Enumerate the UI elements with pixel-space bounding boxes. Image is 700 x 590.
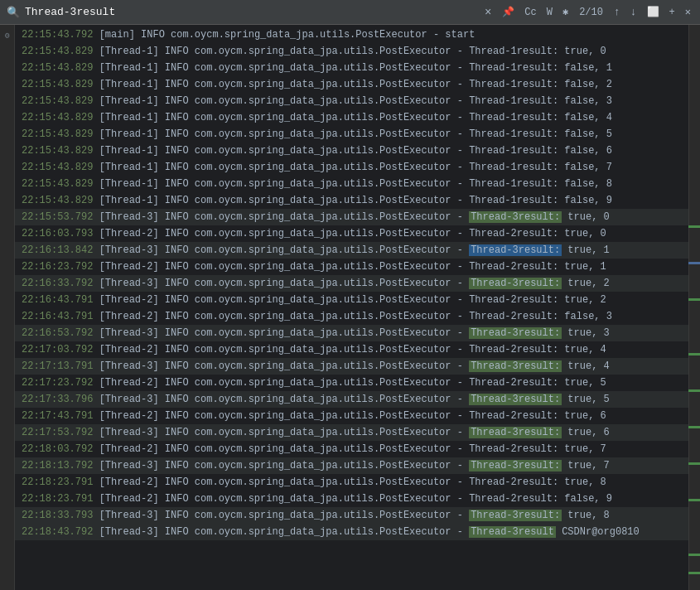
thread-label: [Thread-3] [99,211,159,223]
timestamp: 22:17:13.791 [22,360,93,372]
cc-toggle[interactable]: Cc [522,7,538,18]
log-level: INFO [165,510,189,521]
prev-match-button[interactable]: ↑ [611,6,623,18]
timestamp: 22:15:43.829 [22,79,93,90]
result-highlight: Thread-3result: [469,360,562,372]
result-text: Thread-1result: [469,195,558,206]
log-line: 22:15:43.829 [Thread-1] INFO com.oycm.sp… [15,192,688,209]
add-icon[interactable]: + [667,7,678,18]
separator: - [457,278,463,289]
regex-toggle[interactable]: ✱ [560,6,571,18]
timestamp: 22:15:43.829 [22,46,93,57]
separator: - [457,377,463,389]
timestamp: 22:16:13.842 [22,244,93,256]
thread-label: [Thread-2] [99,410,159,422]
logger-pkg: com.oycm.spring_data_jpa.utils.PostExecu… [195,261,451,273]
log-line: 22:18:03.792 [Thread-2] INFO com.oycm.sp… [15,441,688,457]
log-line: 22:15:43.829 [Thread-1] INFO com.oycm.sp… [15,126,688,143]
log-level: INFO [165,493,189,505]
log-value: false, 8 [564,178,612,190]
thread-label: [Thread-2] [99,344,159,355]
log-line: 22:18:43.792 [Thread-3] INFO com.oycm.sp… [15,524,688,540]
result-text: Thread-2result: [469,261,558,273]
separator: - [457,211,463,223]
log-line: 22:16:43.791 [Thread-2] INFO com.oycm.sp… [15,292,688,308]
result-text: Thread-1result: [469,79,558,90]
log-value: true, 4 [564,344,606,355]
log-line: 22:15:43.829 [Thread-1] INFO com.oycm.sp… [15,76,688,93]
next-match-button[interactable]: ↓ [628,6,640,18]
close-button[interactable]: × [481,6,495,19]
log-level: INFO [165,377,189,389]
log-line: 22:17:23.792 [Thread-2] INFO com.oycm.sp… [15,375,688,391]
log-value: false, 3 [564,311,612,322]
log-level: INFO [165,261,189,273]
thread-label: [Thread-3] [99,510,159,521]
logger-pkg: com.oycm.spring_data_jpa.utils.PostExecu… [195,311,451,322]
right-scrollbar[interactable] [688,25,700,590]
result-highlight: Thread-3result: [469,460,562,472]
log-content[interactable]: 22:15:43.792 [main] INFO com.oycm.spring… [15,25,688,590]
log-level: INFO [165,128,189,140]
timestamp: 22:16:23.792 [22,261,93,273]
log-level: INFO [165,526,189,538]
timestamp: 22:18:03.792 [22,443,93,455]
title-text: Thread-3result [25,6,476,18]
log-value: false, 2 [564,79,612,90]
log-value: true, 0 [567,211,609,223]
log-line: 22:16:03.793 [Thread-2] INFO com.oycm.sp… [15,225,688,242]
thread-label: [Thread-1] [99,178,159,190]
separator: - [457,112,463,123]
log-line: 22:17:13.791 [Thread-3] INFO com.oycm.sp… [15,358,688,375]
scroll-marker [688,572,700,574]
log-value: true, 2 [567,278,609,289]
thread-label: [Thread-1] [99,95,159,107]
timestamp: 22:15:43.829 [22,128,93,140]
thread-label: [Thread-3] [99,427,159,438]
thread-label: [Thread-3] [99,327,159,339]
log-line: 22:15:43.829 [Thread-1] INFO com.oycm.sp… [15,60,688,76]
log-level: INFO [165,410,189,422]
log-level: INFO [165,460,189,472]
settings-icon[interactable]: ✕ [683,6,693,18]
logger-pkg: com.oycm.spring_data_jpa.utils.PostExecu… [195,112,451,123]
result-text: Thread-1result: [469,145,558,157]
log-level: INFO [165,95,189,107]
result-text: Thread-2result: [469,228,558,239]
result-highlight: Thread-3result: [469,278,562,289]
result-text: Thread-2result: [469,344,558,355]
log-line: 22:15:43.829 [Thread-1] INFO com.oycm.sp… [15,43,688,60]
timestamp: 22:17:03.792 [22,344,93,355]
thread-label: [Thread-2] [99,311,159,322]
result-highlight: Thread-3result: [469,427,562,438]
log-value: false, 9 [564,195,612,206]
thread-label: [Thread-1] [99,195,159,206]
log-value: false, 4 [564,112,612,123]
timestamp: 22:15:43.829 [22,112,93,123]
word-toggle[interactable]: W [544,7,555,18]
logger-pkg: com.oycm.spring_data_jpa.utils.PostExecu… [195,410,451,422]
log-line: 22:17:33.796 [Thread-3] INFO com.oycm.sp… [15,391,688,408]
left-gutter: ⚙ [0,25,15,590]
pin-icon[interactable]: 📌 [500,6,517,18]
timestamp: 22:16:53.792 [22,327,93,339]
thread-label: [Thread-1] [99,79,159,90]
timestamp: 22:15:43.829 [22,145,93,157]
separator: - [457,79,463,90]
separator: - [457,294,463,306]
log-level: INFO [165,360,189,372]
logger-pkg: com.oycm.spring_data_jpa.utils.PostExecu… [195,493,451,505]
scroll-marker [688,554,700,556]
timestamp: 22:15:43.829 [22,95,93,107]
fold-icon[interactable]: ⚙ [0,28,15,43]
log-message: start [445,29,475,41]
log-value: false, 7 [564,162,612,173]
scroll-marker [688,225,700,228]
log-value: true, 7 [564,443,606,455]
thread-label: [Thread-2] [99,261,159,273]
log-line: 22:18:23.791 [Thread-2] INFO com.oycm.sp… [15,474,688,491]
separator: - [457,344,463,355]
result-text: Thread-1result: [469,112,558,123]
log-level: INFO [165,62,189,74]
expand-icon[interactable]: ⬜ [644,6,662,18]
